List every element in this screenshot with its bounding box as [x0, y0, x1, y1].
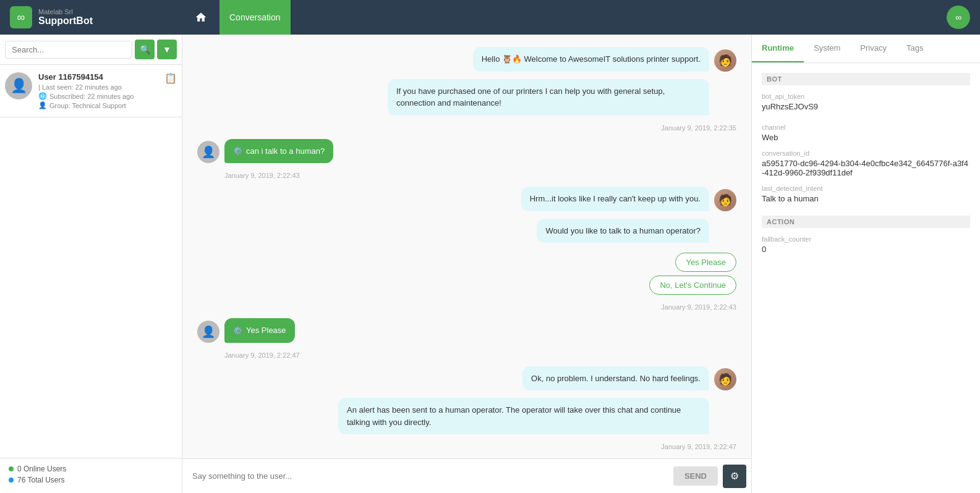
search-input[interactable] — [5, 41, 132, 59]
user-avatar-nav[interactable]: ∞ — [947, 6, 970, 29]
message-row: An alert has been sent to a human operat… — [197, 398, 736, 434]
tab-privacy[interactable]: Privacy — [850, 35, 897, 62]
top-nav: ∞ Matelab Srl SupportBot Conversation ∞ — [0, 0, 980, 35]
bot-avatar: 🧑 — [714, 368, 736, 390]
filter-button[interactable]: ▼ — [157, 40, 177, 59]
fallback-counter-label: fallback_counter — [762, 235, 970, 243]
chat-messages: Hello 🦉🔥 Welcome to AwesomeIT solutions … — [182, 35, 751, 458]
choice-buttons: Yes Please No, Let's Continue — [197, 253, 736, 295]
message-row: If you have purchased one of our printer… — [197, 79, 736, 116]
channel-value: Web — [762, 133, 970, 142]
search-bar: 🔍 ▼ — [0, 35, 182, 65]
last-intent-value: Talk to a human — [762, 194, 970, 203]
user-avatar-chat: 👤 — [197, 321, 219, 343]
bot-bubble: If you have purchased one of our printer… — [388, 79, 709, 116]
nav-right: ∞ — [947, 6, 980, 29]
message-row: 👤 ⚙️ can i talk to a human? — [197, 139, 736, 164]
sidebar-user-avatar: 👤 — [5, 72, 32, 99]
sidebar-group: 👤 Group: Technical Support — [38, 101, 158, 109]
product-name: SupportBot — [38, 15, 93, 27]
message-row: Hrm...it looks like I really can't keep … — [197, 187, 736, 211]
conversation-id-row: conversation_id a5951770-dc96-4294-b304-… — [762, 150, 970, 177]
tab-system[interactable]: System — [804, 35, 850, 62]
channel-label: channel — [762, 124, 970, 131]
message-timestamp: January 9, 2019, 2:22:43 — [197, 303, 736, 311]
conversation-tab-label: Conversation — [229, 12, 281, 22]
message-row: 👤 ⚙️ Yes Please — [197, 318, 736, 343]
user-bubble: ⚙️ can i talk to a human? — [224, 139, 333, 164]
no-continue-button[interactable]: No, Let's Continue — [649, 276, 736, 295]
user-bubble: ⚙️ Yes Please — [224, 318, 295, 343]
bot-bubble: Hello 🦉🔥 Welcome to AwesomeIT solutions … — [473, 47, 709, 72]
tab-tags[interactable]: Tags — [897, 35, 933, 62]
chat-settings-button[interactable]: ⚙ — [723, 465, 746, 488]
bot-section-header: BOT — [762, 73, 970, 85]
panel-content: BOT bot_api_token yuRhzsEJOvS9 channel W… — [752, 63, 980, 493]
sidebar-subscribed: 🌐 Subscribed: 22 minutes ago — [38, 92, 158, 100]
fallback-counter-value: 0 — [762, 245, 970, 254]
bot-api-token-value: yuRhzsEJOvS9 — [762, 102, 970, 111]
message-timestamp: January 9, 2019, 2:22:47 — [197, 443, 736, 450]
online-dot — [9, 466, 14, 471]
channel-row: channel Web — [762, 124, 970, 142]
bot-avatar: 🧑 — [714, 49, 736, 72]
message-timestamp: January 9, 2019, 2:22:47 — [197, 352, 736, 359]
bot-bubble: Ok, no problem. I understand. No hard fe… — [522, 366, 709, 391]
chat-input-bar: SEND ⚙ — [182, 458, 751, 493]
chat-input[interactable] — [187, 471, 668, 481]
total-dot — [9, 478, 14, 482]
message-row: Hello 🦉🔥 Welcome to AwesomeIT solutions … — [197, 47, 736, 72]
message-row: Would you like to talk to a human operat… — [197, 219, 736, 243]
bot-avatar: 🧑 — [714, 189, 736, 211]
logo-icon: ∞ — [10, 6, 32, 28]
yes-please-button[interactable]: Yes Please — [675, 253, 736, 272]
total-users-indicator: 76 Total Users — [9, 476, 173, 484]
bot-bubble: An alert has been sent to a human operat… — [338, 398, 709, 434]
sidebar: 🔍 ▼ 👤 User 1167594154 | Last seen: 22 mi… — [0, 35, 182, 493]
logo-text: Matelab Srl SupportBot — [38, 8, 93, 27]
sidebar-user-info: User 1167594154 | Last seen: 22 minutes … — [38, 72, 158, 109]
message-timestamp: January 9, 2019, 2:22:43 — [197, 172, 736, 179]
message-row: Ok, no problem. I understand. No hard fe… — [197, 366, 736, 391]
action-section-header: ACTION — [762, 216, 970, 228]
main-layout: 🔍 ▼ 👤 User 1167594154 | Last seen: 22 mi… — [0, 35, 980, 493]
company-name: Matelab Srl — [38, 8, 93, 15]
chat-area: Hello 🦉🔥 Welcome to AwesomeIT solutions … — [182, 35, 751, 493]
user-avatar-chat: 👤 — [197, 141, 219, 163]
sidebar-user-header: 👤 User 1167594154 | Last seen: 22 minute… — [0, 65, 182, 117]
bot-api-token-row: bot_api_token yuRhzsEJOvS9 — [762, 93, 970, 111]
search-button[interactable]: 🔍 — [135, 40, 155, 59]
nav-tabs: Conversation — [182, 0, 947, 35]
conversation-id-label: conversation_id — [762, 150, 970, 157]
sidebar-last-seen: | Last seen: 22 minutes ago — [38, 83, 158, 91]
bot-bubble: Would you like to talk to a human operat… — [537, 219, 709, 243]
notification-icon[interactable]: 📋 — [164, 72, 177, 84]
sidebar-user-name: User 1167594154 — [38, 72, 158, 82]
online-users-indicator: 0 Online Users — [9, 465, 173, 473]
fallback-counter-row: fallback_counter 0 — [762, 235, 970, 254]
bot-bubble: Hrm...it looks like I really can't keep … — [521, 187, 709, 211]
message-timestamp: January 9, 2019, 2:22:35 — [197, 124, 736, 132]
conversation-nav-tab[interactable]: Conversation — [219, 0, 291, 35]
send-button[interactable]: SEND — [673, 466, 718, 486]
sidebar-footer: 0 Online Users 76 Total Users — [0, 458, 182, 493]
logo-area: ∞ Matelab Srl SupportBot — [0, 6, 182, 28]
right-panel: Runtime System Privacy Tags BOT bot_api_… — [751, 35, 980, 493]
last-intent-label: last_detected_intent — [762, 185, 970, 192]
bot-api-token-label: bot_api_token — [762, 93, 970, 100]
panel-tabs: Runtime System Privacy Tags — [752, 35, 980, 63]
conversation-id-value: a5951770-dc96-4294-b304-4e0cfbc4e342_664… — [762, 159, 970, 177]
home-nav-tab[interactable] — [182, 0, 219, 35]
tab-runtime[interactable]: Runtime — [752, 35, 804, 62]
last-intent-row: last_detected_intent Talk to a human — [762, 185, 970, 203]
